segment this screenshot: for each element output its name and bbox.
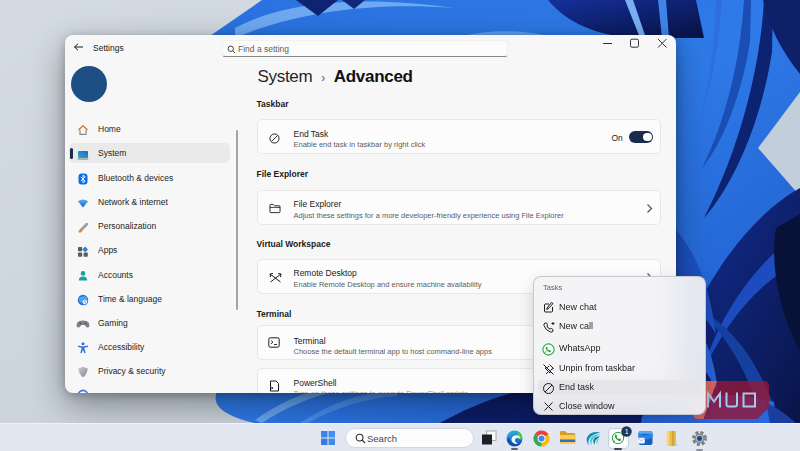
svg-text:1: 1	[625, 428, 629, 435]
